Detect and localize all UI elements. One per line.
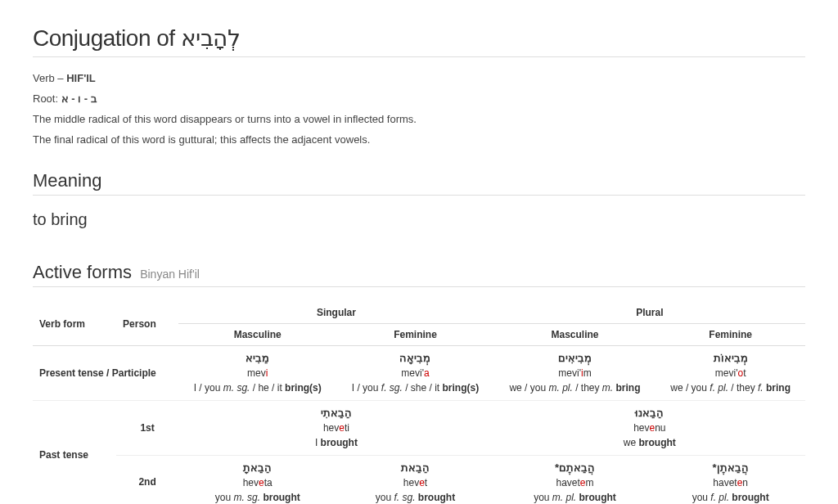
translit: hevet bbox=[403, 476, 427, 490]
root-line: Root: ב - ו - א bbox=[33, 92, 805, 105]
translit: heveti bbox=[323, 421, 349, 435]
gloss: I / you f. sg. / she / it bring(s) bbox=[352, 381, 479, 395]
meaning-text: to bring bbox=[33, 210, 805, 229]
table-row: Present tense / Participle מֵבִיא mevi I… bbox=[33, 346, 805, 401]
root-value: ב - ו - א bbox=[61, 92, 97, 105]
verb-line: Verb – HIF'IL bbox=[33, 72, 805, 84]
active-forms-label: Active forms bbox=[33, 262, 132, 282]
cell-present-ms: מֵבִיא mevi I / you m. sg. / he / it bri… bbox=[178, 346, 336, 401]
col-singular: Singular bbox=[178, 302, 494, 324]
row-person-1: 1st bbox=[116, 400, 178, 455]
hebrew: הֵבֵאתִי bbox=[321, 406, 352, 421]
row-present-label: Present tense / Participle bbox=[33, 346, 178, 401]
col-sg-masc: Masculine bbox=[178, 324, 336, 346]
translit: heveta bbox=[243, 476, 273, 490]
gloss: I brought bbox=[315, 436, 358, 450]
cell-past2-ms: הֵבֵאתָ heveta you m. sg. brought bbox=[178, 455, 336, 504]
gloss: you m. pl. brought bbox=[534, 491, 616, 504]
verb-binyan: HIF'IL bbox=[66, 72, 96, 84]
hebrew: הֵבֵאת bbox=[401, 461, 430, 475]
col-pl-masc: Masculine bbox=[494, 324, 656, 346]
translit: haveten bbox=[713, 476, 748, 490]
cell-present-fs: מְבִיאָה mevi'a I / you f. sg. / she / i… bbox=[336, 346, 493, 401]
translit: mevi'im bbox=[558, 367, 591, 380]
hebrew: מְבִיאוֹת bbox=[714, 351, 748, 366]
divider bbox=[33, 56, 805, 57]
hebrew: הֲבֵאתֶם* bbox=[555, 461, 595, 475]
gloss: we / you m. pl. / they m. bring bbox=[509, 381, 640, 395]
cell-present-fp: מְבִיאוֹת mevi'ot we / you f. pl. / they… bbox=[656, 346, 805, 401]
note-1: The middle radical of this word disappea… bbox=[33, 113, 805, 125]
cell-past1-sg: הֵבֵאתִי heveti I brought bbox=[178, 400, 494, 455]
gloss: you f. pl. brought bbox=[692, 491, 769, 504]
title-hebrew: לְהָבִיא bbox=[181, 25, 241, 51]
col-pl-fem: Feminine bbox=[656, 324, 805, 346]
cell-past1-pl: הֵבֵאנוּ hevenu we brought bbox=[494, 400, 805, 455]
divider bbox=[33, 195, 805, 196]
verb-label: Verb – bbox=[33, 72, 66, 84]
meaning-heading: Meaning bbox=[33, 170, 805, 191]
page-title: Conjugation of לְהָבִיא bbox=[33, 25, 805, 52]
hebrew: מְבִיאִים bbox=[558, 351, 592, 366]
translit: mevi'ot bbox=[715, 367, 746, 380]
translit: hevenu bbox=[633, 421, 665, 435]
translit: havetem bbox=[556, 476, 593, 490]
hebrew: הֲבֵאתֶן* bbox=[713, 461, 749, 475]
hebrew: הֵבֵאתָ bbox=[243, 461, 272, 475]
hebrew: מֵבִיא bbox=[246, 351, 269, 366]
gloss: I / you m. sg. / he / it bring(s) bbox=[194, 381, 322, 395]
gloss: you m. sg. brought bbox=[215, 491, 300, 504]
col-person: Person bbox=[116, 302, 178, 346]
row-person-2: 2nd bbox=[116, 455, 178, 504]
cell-past2-mp: הֲבֵאתֶם* havetem you m. pl. brought bbox=[494, 455, 656, 504]
cell-past2-fp: הֲבֵאתֶן* haveten you f. pl. brought bbox=[656, 455, 805, 504]
gloss: we / you f. pl. / they f. bring bbox=[670, 381, 791, 395]
gloss: you f. sg. brought bbox=[376, 491, 455, 504]
root-label: Root: bbox=[33, 92, 61, 105]
col-verb-form: Verb form bbox=[33, 302, 116, 346]
col-plural: Plural bbox=[494, 302, 805, 324]
cell-present-mp: מְבִיאִים mevi'im we / you m. pl. / they… bbox=[494, 346, 656, 401]
gloss: we brought bbox=[624, 436, 676, 450]
translit: mevi'a bbox=[401, 367, 429, 380]
col-sg-fem: Feminine bbox=[336, 324, 493, 346]
hebrew: הֵבֵאנוּ bbox=[635, 406, 664, 421]
row-past-label: Past tense bbox=[33, 400, 116, 504]
table-row: Past tense 1st הֵבֵאתִי heveti I brought… bbox=[33, 400, 805, 455]
active-forms-heading: Active forms Binyan Hif'il bbox=[33, 262, 805, 283]
note-2: The final radical of this word is guttur… bbox=[33, 133, 805, 146]
cell-past2-fs: הֵבֵאת hevet you f. sg. brought bbox=[336, 455, 493, 504]
hebrew: מְבִיאָה bbox=[399, 351, 430, 366]
title-prefix: Conjugation of bbox=[33, 25, 181, 51]
divider bbox=[33, 286, 805, 287]
translit: mevi bbox=[247, 367, 268, 380]
conjugation-table: Verb form Person Singular Plural Masculi… bbox=[33, 302, 805, 504]
table-row: 2nd הֵבֵאתָ heveta you m. sg. brought הֵ… bbox=[33, 455, 805, 504]
active-forms-sub: Binyan Hif'il bbox=[140, 268, 200, 281]
